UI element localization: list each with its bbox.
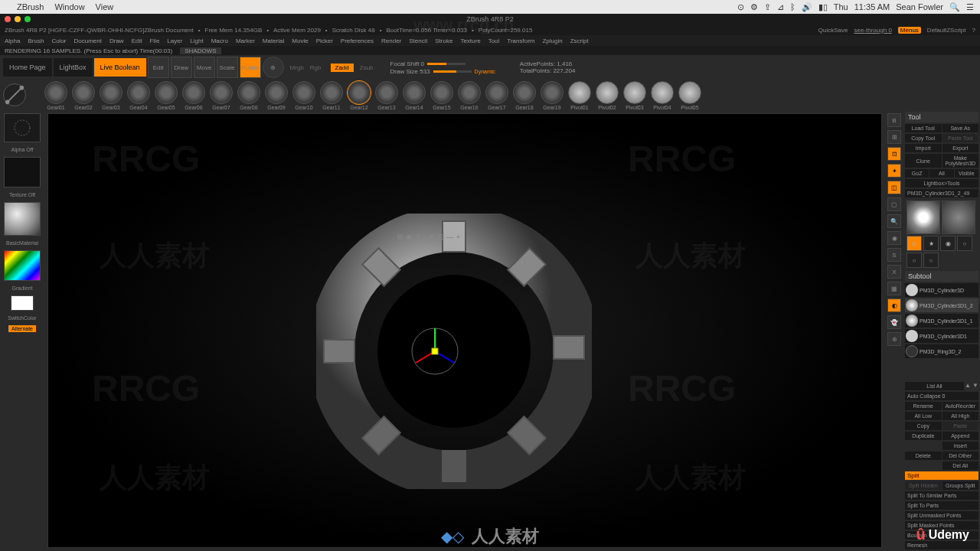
zoom-icon[interactable]: 🔍 (887, 214, 901, 228)
color-picker[interactable] (4, 250, 41, 281)
lightbox-tools-button[interactable]: Lightbox>Tools (905, 179, 978, 187)
mac-menu-view[interactable]: View (96, 2, 114, 11)
subtool-header[interactable]: Subtool (905, 271, 978, 282)
menu-layer[interactable]: Layer (167, 37, 182, 44)
del-other-button[interactable]: Del Other (942, 452, 979, 460)
menu-transform[interactable]: Transform (507, 37, 534, 44)
autoreorder-button[interactable]: AutoReorder (942, 402, 979, 410)
menubar-icon[interactable]: ⇪ (764, 2, 771, 12)
menu-color[interactable]: Color (51, 37, 66, 44)
gizmo-icon[interactable]: ⊕ (263, 57, 284, 78)
menu-edit[interactable]: Edit (132, 37, 142, 44)
gear-item[interactable]: Gear08 (237, 81, 260, 110)
paste-subtool-button[interactable]: Paste (942, 422, 979, 430)
menu-stroke[interactable]: Stroke (435, 37, 452, 44)
menu-render[interactable]: Render (381, 37, 401, 44)
tool-thumb[interactable]: ○ (923, 253, 939, 268)
tool-thumb[interactable] (906, 201, 940, 234)
menu-brush[interactable]: Brush (28, 37, 44, 44)
rotate-icon[interactable]: Rotate (240, 57, 261, 78)
mac-menu-window[interactable]: Window (54, 2, 84, 11)
rgb-label[interactable]: Rgb (310, 64, 322, 71)
mrgb-label[interactable]: Mrgb (290, 64, 304, 71)
gear-item[interactable]: Gear02 (72, 81, 95, 110)
solo-icon[interactable]: S (887, 248, 901, 262)
alternate-button[interactable]: Alternate (8, 325, 36, 332)
ghost-icon[interactable]: 👻 (887, 315, 901, 329)
menu-movie[interactable]: Movie (292, 37, 308, 44)
insert-button[interactable]: Insert (942, 442, 979, 450)
gear-item[interactable]: Gear11 (320, 81, 343, 110)
menu-material[interactable]: Material (263, 37, 284, 44)
alpha-off-label[interactable]: Alpha Off (11, 147, 33, 152)
dyn-icon[interactable]: ⊕ (887, 332, 901, 346)
menu-icon[interactable]: ☰ (966, 2, 974, 12)
all-low-button[interactable]: All Low (905, 412, 942, 420)
edit-icon[interactable]: Edit (148, 57, 169, 78)
menubar-icon[interactable]: ⊙ (737, 2, 744, 12)
subtool-item[interactable]: PM3D_Cylinder3D1_2 (905, 298, 978, 312)
menubar-icon[interactable]: ⚙ (750, 2, 758, 12)
tool-panel-header[interactable]: Tool (905, 112, 978, 122)
gear-item[interactable]: Gear18 (513, 81, 536, 110)
tool-thumb[interactable]: ★ (923, 236, 939, 251)
export-button[interactable]: Export (942, 144, 979, 152)
menu-macro[interactable]: Macro (211, 37, 228, 44)
menu-document[interactable]: Document (74, 37, 102, 44)
split-unmasked-button[interactable]: Split Unmasked Points (905, 511, 978, 520)
close-icon[interactable] (5, 16, 11, 22)
persp-icon[interactable]: ◫ (887, 181, 901, 194)
alpha-thumb[interactable] (4, 157, 41, 187)
volume-icon[interactable]: 🔊 (802, 2, 812, 12)
load-tool-button[interactable]: Load Tool (905, 124, 942, 132)
all-button[interactable]: All (929, 169, 953, 178)
all-high-button[interactable]: All High (942, 412, 979, 420)
grid-icon[interactable]: ⊞ (887, 130, 901, 144)
menu-texture[interactable]: Texture (460, 37, 480, 44)
draw-size[interactable]: Draw Size 533 (390, 68, 430, 75)
bpr-icon[interactable]: B (887, 113, 901, 127)
gear-item-selected[interactable]: Gear12 (348, 81, 371, 110)
menubar-user[interactable]: Sean Fowler (896, 2, 943, 11)
gear-item[interactable]: Gear14 (403, 81, 426, 110)
transform-gizmo[interactable] (408, 324, 462, 378)
zadd-button[interactable]: Zadd (331, 64, 354, 72)
menu-alpha[interactable]: Alpha (5, 37, 20, 44)
xpose-icon[interactable]: X (887, 265, 901, 279)
menu-stencil[interactable]: Stencil (409, 37, 427, 44)
switchcolor-label[interactable]: SwitchColor (8, 315, 36, 321)
subtool-item[interactable]: PM3D_Cylinder3D1 (905, 329, 978, 343)
gear-item[interactable]: Pivot03 (623, 81, 646, 110)
focal-shift[interactable]: Focal Shift 0 (390, 60, 424, 67)
transpose-tool[interactable] (3, 83, 26, 106)
gear-item[interactable]: Gear16 (458, 81, 481, 110)
live-boolean-button[interactable]: Live Boolean (94, 58, 146, 77)
minimize-icon[interactable] (15, 16, 21, 22)
menu-zplugin[interactable]: Zplugin (542, 37, 562, 44)
lightbox-button[interactable]: LightBox (54, 58, 93, 77)
texture-off-label[interactable]: Texture Off (9, 192, 35, 197)
split-hidden-button[interactable]: Split Hidden (905, 481, 942, 490)
transp-icon[interactable]: ◐ (887, 298, 901, 312)
frame-icon[interactable]: ▢ (887, 197, 901, 211)
duplicate-button[interactable]: Duplicate (905, 432, 942, 440)
subtool-item[interactable]: PM3D_Ring3D_2 (905, 344, 978, 358)
axis-icon[interactable]: ✦ (887, 164, 901, 178)
saveas-button[interactable]: Save As (942, 124, 979, 132)
search-icon[interactable]: 🔍 (949, 2, 960, 12)
polyframe-icon[interactable]: ▦ (887, 282, 901, 295)
menu-tool[interactable]: Tool (488, 37, 500, 44)
seethrough[interactable]: see-through 0 (854, 27, 891, 34)
menu-marker[interactable]: Marker (236, 37, 255, 44)
gear-item[interactable]: Gear04 (127, 81, 150, 110)
import-button[interactable]: Import (905, 144, 942, 152)
menu-picker[interactable]: Picker (316, 37, 333, 44)
gear-item[interactable]: Gear13 (375, 81, 398, 110)
local-icon[interactable]: ◉ (887, 231, 901, 245)
default-script[interactable]: DefaultZScript (927, 27, 966, 34)
color-swatch[interactable] (11, 295, 34, 311)
gradient-label[interactable]: Gradient (12, 285, 33, 291)
battery-icon[interactable]: ▮▯ (818, 2, 828, 12)
move-icon[interactable]: Move (194, 57, 215, 78)
help-icon[interactable]: ? (972, 27, 975, 34)
